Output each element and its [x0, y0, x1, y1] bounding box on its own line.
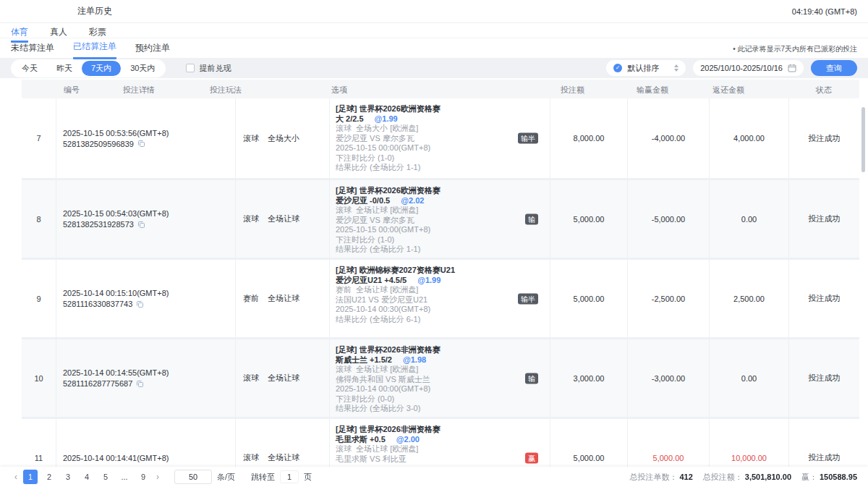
total-stake: 总投注额：3,501,810.00	[703, 472, 791, 483]
sort-select[interactable]: ✓ 默认排序	[606, 60, 686, 76]
copy-icon[interactable]	[136, 300, 144, 308]
bottom-bar: ‹ 12345...9 › 条/页 跳转至 页 总投注单数：412 总投注额：3…	[0, 467, 868, 487]
league-name: [足球] 欧洲锦标赛2027资格赛U21	[336, 266, 550, 276]
subtab-reserved[interactable]: 预约注单	[135, 38, 170, 59]
row-number: 10	[22, 339, 56, 417]
bet-id: 5281382509596839	[63, 140, 134, 148]
subtab-unsettled[interactable]: 未结算注单	[11, 38, 54, 59]
copy-icon[interactable]	[136, 380, 144, 388]
result-score-line: 结果比分 (全场比分 1-1)	[336, 163, 550, 173]
match-time-line: 2025-10-14 00:00(GMT+8)	[336, 384, 550, 394]
teams-line: 佛得角共和国 VS 斯威士兰	[336, 375, 550, 385]
bet-status: 投注成功	[788, 339, 859, 417]
league-name: [足球] 世界杯2026非洲资格赛	[336, 425, 550, 435]
play-type-cell: 赛前 全场让球	[235, 260, 329, 337]
col-header-play: 投注玩法	[210, 85, 242, 96]
page-title: 注单历史	[77, 5, 112, 17]
total-count-value: 412	[679, 473, 692, 481]
bet-status: 投注成功	[788, 260, 859, 337]
market-line: 滚球 全场让球 [欧洲盘]	[336, 444, 550, 454]
page-button[interactable]: 4	[80, 470, 94, 484]
result-score-line: 结果比分 (全场比分 3-0)	[336, 404, 550, 414]
pick-selection: 大 2/2.5	[336, 114, 364, 123]
page-unit-label: 页	[304, 472, 312, 483]
date-range-value: 2025/10/10-2025/10/16	[700, 64, 783, 72]
odds-value: @2.02	[401, 196, 424, 205]
col-header-winloss: 输赢金额	[637, 85, 668, 96]
odds-value: @2.00	[396, 435, 420, 444]
range-yesterday[interactable]: 昨天	[47, 61, 82, 76]
score-at-bet-line: 下注时比分 (1-0)	[336, 235, 550, 245]
stake-amount: 5,000.00	[550, 180, 627, 258]
page-button[interactable]: 5	[98, 470, 113, 484]
copy-icon[interactable]	[137, 140, 145, 148]
page-button[interactable]: 3	[61, 470, 75, 484]
odds-value: @1.99	[417, 276, 441, 284]
copy-icon[interactable]	[137, 221, 145, 229]
play-market: 全场让球	[268, 373, 299, 384]
market-line: 滚球 全场大小 [欧洲盘]	[336, 124, 550, 134]
winloss-amount: -5,000.00	[627, 180, 709, 258]
date-range-picker[interactable]: 2025/10/10-2025/10/16	[693, 60, 804, 76]
bet-detail-cell: 2025-10-14 00:14:55(GMT+8) 5281116287775…	[56, 339, 235, 417]
league-name: [足球] 世界杯2026欧洲资格赛	[336, 104, 550, 114]
bet-id-line: 5281382509596839	[63, 140, 235, 148]
next-page-button[interactable]: ›	[153, 472, 163, 482]
subtab-settled[interactable]: 已结算注单	[73, 37, 116, 59]
option-cell: [足球] 世界杯2026欧洲资格赛 大 2/2.5 @1.99 滚球 全场大小 …	[329, 98, 550, 178]
winloss-amount: -2,500.00	[627, 260, 709, 337]
bet-detail-cell: 2025-10-15 00:54:03(GMT+8) 5281382531928…	[56, 180, 235, 258]
bet-time: 2025-10-14 00:15:10(GMT+8)	[63, 289, 235, 297]
bet-time: 2025-10-14 00:14:41(GMT+8)	[63, 454, 235, 462]
option-cell: [足球] 欧洲锦标赛2027资格赛U21 爱沙尼亚U21 +4.5/5 @1.9…	[329, 260, 550, 337]
server-clock: 04:19:40 (GMT+8)	[792, 7, 857, 16]
checkbox-icon[interactable]	[186, 64, 195, 72]
total-stake-value: 3,501,810.00	[745, 473, 791, 481]
league-name: [足球] 世界杯2026非洲资格赛	[336, 345, 550, 355]
bet-id-line: 5281116330837743	[63, 300, 235, 308]
pick-line: 爱沙尼亚U21 +4.5/5 @1.99	[336, 276, 550, 286]
return-amount: 2,500.00	[709, 260, 788, 337]
bet-time: 2025-10-15 00:54:03(GMT+8)	[63, 209, 235, 218]
query-button[interactable]: 查询	[811, 60, 857, 76]
pagination: ‹ 12345...9 ›	[11, 470, 163, 484]
range-30days[interactable]: 30天内	[121, 61, 164, 76]
page-button[interactable]: 1	[23, 470, 38, 484]
play-phase: 滚球	[243, 373, 259, 384]
prev-page-button[interactable]: ‹	[11, 472, 21, 482]
table-row: 7 2025-10-15 00:53:56(GMT+8) 52813825095…	[22, 98, 859, 178]
play-phase: 滚球	[243, 452, 259, 463]
range-7days[interactable]: 7天内	[82, 61, 121, 76]
play-phase: 滚球	[243, 133, 259, 144]
stake-amount: 8,000.00	[550, 98, 627, 178]
early-cashout-label: 提前兑现	[199, 63, 231, 74]
total-win: 赢：150588.95	[801, 472, 857, 483]
bet-status: 投注成功	[788, 180, 859, 258]
play-type-cell: 滚球 全场让球	[235, 180, 329, 258]
table-row: 10 2025-10-14 00:14:55(GMT+8) 5281116287…	[22, 337, 859, 417]
jump-page-input[interactable]	[280, 470, 299, 483]
table-row: 8 2025-10-15 00:54:03(GMT+8) 52813825319…	[22, 178, 859, 258]
winloss-amount: -4,000.00	[627, 98, 709, 178]
page-ellipsis[interactable]: ...	[117, 470, 132, 484]
winloss-amount: -3,000.00	[627, 339, 709, 417]
teams-line: 毛里求斯 VS 利比亚	[336, 454, 550, 465]
filter-right-group: ✓ 默认排序 2025/10/10-2025/10/16 查询	[606, 60, 857, 76]
total-count: 总投注单数：412	[629, 472, 692, 483]
page-button[interactable]: 2	[42, 470, 56, 484]
summary-totals: 总投注单数：412 总投注额：3,501,810.00 赢：150588.95	[629, 472, 857, 483]
total-count-label: 总投注单数：	[629, 473, 677, 481]
odds-value: @1.98	[403, 355, 426, 364]
check-circle-icon: ✓	[613, 64, 622, 72]
vertical-scrollbar[interactable]	[861, 107, 865, 172]
range-today[interactable]: 今天	[12, 61, 47, 76]
play-type-cell: 滚球 全场让球	[235, 339, 329, 417]
option-cell: [足球] 世界杯2026欧洲资格赛 爱沙尼亚 -0/0.5 @2.02 滚球 全…	[329, 180, 550, 258]
early-cashout-toggle[interactable]: 提前兑现	[186, 63, 231, 74]
return-amount: 0.00	[709, 180, 788, 258]
play-market: 全场让球	[268, 213, 299, 224]
play-type-cell: 滚球 全场大小	[235, 98, 329, 178]
page-size-input[interactable]	[174, 470, 212, 484]
bet-detail-cell: 2025-10-15 00:53:56(GMT+8) 5281382509596…	[56, 98, 235, 178]
page-button[interactable]: 9	[136, 470, 150, 484]
